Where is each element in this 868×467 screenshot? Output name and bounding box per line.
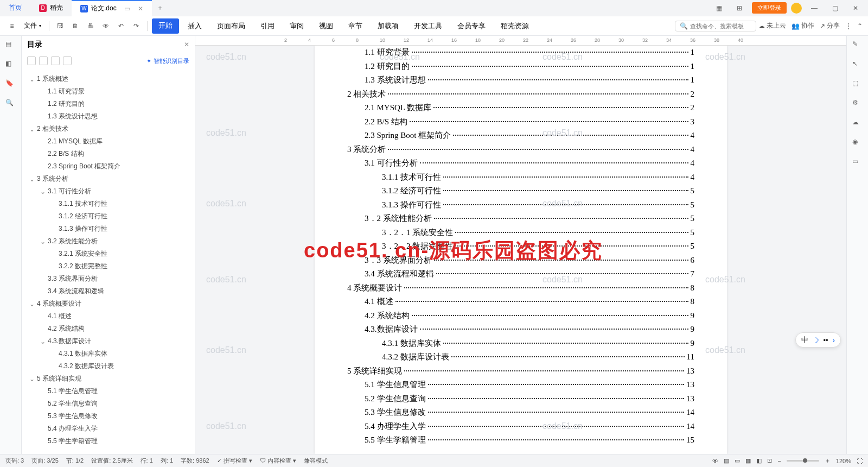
fullscreen-icon[interactable]: ⛶ (857, 458, 863, 464)
maximize-icon[interactable]: ▢ (827, 4, 843, 12)
toc-entry[interactable]: 3．3 系统界面分析6 (347, 254, 694, 268)
view-grid-icon[interactable]: ▤ (724, 457, 729, 464)
menu-tab[interactable]: 开发工具 (407, 17, 449, 35)
outline-item[interactable]: ⌄5 系统详细实现 (27, 373, 189, 385)
outline-item[interactable]: 4.2 系统结构 (27, 323, 189, 335)
outline-item[interactable]: ⌄2 相关技术 (27, 123, 189, 135)
outline-item[interactable]: 3.3 系统界面分析 (27, 273, 189, 285)
outline-item[interactable]: ⌄3.2 系统性能分析 (27, 235, 189, 248)
status-section[interactable]: 节: 1/2 (66, 457, 84, 465)
menu-tab[interactable]: 页面布局 (210, 17, 252, 35)
status-page[interactable]: 页面: 3/25 (31, 457, 59, 465)
minimize-icon[interactable]: — (806, 4, 822, 12)
status-compat[interactable]: 兼容模式 (304, 457, 328, 465)
print-icon[interactable]: 🖶 (84, 20, 97, 33)
status-content-check[interactable]: 🛡 内容检查 ▾ (260, 457, 296, 465)
status-page-no[interactable]: 页码: 3 (5, 457, 24, 465)
hamburger-icon[interactable]: ≡ (5, 20, 18, 33)
toc-entry[interactable]: 3.1.1 技术可行性4 (347, 171, 694, 185)
outline-item[interactable]: 3.2.2 数据完整性 (27, 260, 189, 273)
tab-docer[interactable]: D 稻壳 (30, 0, 72, 16)
tab-document[interactable]: W 论文.doc ▭ ✕ (72, 0, 152, 16)
outline-remove-icon[interactable] (63, 56, 72, 65)
toc-entry[interactable]: 4.3.1 数据库实体9 (347, 337, 694, 351)
outline-item[interactable]: 3.2.1 系统安全性 (27, 248, 189, 260)
close-icon[interactable]: ✕ (847, 4, 864, 12)
outline-item[interactable]: 3.1.3 操作可行性 (27, 223, 189, 235)
outline-item[interactable]: ⌄3 系统分析 (27, 173, 189, 185)
toc-entry[interactable]: 3．2．2 数据完整性5 (347, 239, 694, 254)
menu-tab[interactable]: 开始 (152, 18, 179, 34)
command-search[interactable]: 🔍 (675, 21, 756, 31)
layout-icon[interactable]: ▦ (711, 4, 727, 12)
menu-tab[interactable]: 章节 (342, 17, 369, 35)
outline-item[interactable]: 2.1 MYSQL 数据库 (27, 135, 189, 148)
toc-entry[interactable]: 5.2 学生信息查询13 (347, 392, 694, 406)
login-button[interactable]: 立即登录 (752, 2, 787, 14)
toc-entry[interactable]: 4.2 系统结构9 (347, 309, 694, 323)
tab-close-icon[interactable]: ✕ (138, 5, 143, 12)
outline-item[interactable]: 2.3 Spring Boot 框架简介 (27, 160, 189, 173)
reader-icon[interactable]: ▭ (852, 157, 863, 168)
zoom-out-icon[interactable]: − (777, 458, 781, 464)
outline-item[interactable]: ⌄4.3.数据库设计 (27, 335, 189, 348)
menu-tab[interactable]: 审阅 (283, 17, 310, 35)
toc-entry[interactable]: 2.2 B/S 结构3 (347, 115, 694, 129)
outline-item[interactable]: 5.2 学生信息查询 (27, 397, 189, 410)
horizontal-ruler[interactable]: 246810121416182022242628303234363840 (195, 36, 846, 46)
outline-item[interactable]: 3.1.1 技术可行性 (27, 198, 189, 210)
outline-level-down-icon[interactable] (27, 56, 36, 65)
tab-home[interactable]: 首页 (0, 0, 30, 16)
zoom-fit-icon[interactable]: ⊡ (767, 457, 772, 464)
toc-entry[interactable]: 1.1 研究背景1 (347, 46, 694, 60)
zoom-value[interactable]: 120% (836, 458, 851, 464)
toc-entry[interactable]: 5 系统详细实现13 (347, 364, 694, 378)
more-icon[interactable]: ⋮ (845, 22, 852, 30)
outline-item[interactable]: ⌄4 系统概要设计 (27, 298, 189, 310)
outline-item[interactable]: 5.3 学生信息修改 (27, 410, 189, 422)
outline-icon[interactable]: ▤ (5, 40, 16, 51)
new-tab-button[interactable]: ＋ (152, 3, 168, 12)
view-mode-icon[interactable]: 👁 (712, 458, 718, 464)
apps-icon[interactable]: ⊞ (731, 4, 748, 12)
preview-icon[interactable]: 👁 (99, 20, 112, 33)
outline-item[interactable]: ⌄3.1 可行性分析 (27, 185, 189, 198)
menu-tab[interactable]: 加载项 (371, 17, 405, 35)
document-scroll[interactable]: code51. cn-源码乐园盗图必究 1.1 研究背景11.2 研究目的11.… (195, 46, 846, 454)
status-setting[interactable]: 设置值: 2.5厘米 (91, 457, 132, 465)
menu-tab[interactable]: 会员专享 (451, 17, 492, 35)
assist-icon[interactable]: ◉ (852, 138, 863, 149)
toc-entry[interactable]: 4 系统概要设计8 (347, 281, 694, 295)
outline-add-icon[interactable] (51, 56, 60, 65)
view-page-icon[interactable]: ▭ (735, 457, 740, 464)
toc-entry[interactable]: 3.4 系统流程和逻辑7 (347, 267, 694, 281)
save-icon[interactable]: 🖫 (54, 20, 67, 33)
menu-tab[interactable]: 视图 (312, 17, 340, 35)
toc-entry[interactable]: 1.3 系统设计思想1 (347, 73, 694, 87)
view-read-icon[interactable]: ◧ (756, 457, 762, 464)
view-web-icon[interactable]: ▦ (745, 457, 751, 464)
toc-entry[interactable]: 2.3 Spring Boot 框架简介4 (347, 129, 694, 143)
outline-item[interactable]: 5.1 学生信息管理 (27, 385, 189, 397)
menu-tab[interactable]: 插入 (181, 17, 208, 35)
toc-entry[interactable]: 3.1.3 操作可行性5 (347, 198, 694, 212)
cursor-icon[interactable]: ⬚ (852, 79, 863, 90)
toc-entry[interactable]: 3 系统分析4 (347, 143, 694, 157)
outline-level-up-icon[interactable] (39, 56, 48, 65)
outline-item[interactable]: 5.5 学生学籍管理 (27, 435, 189, 447)
toc-entry[interactable]: 2 相关技术2 (347, 87, 694, 102)
status-col[interactable]: 列: 1 (161, 457, 173, 465)
toc-entry[interactable]: 3.1.2 经济可行性5 (347, 184, 694, 198)
save-as-icon[interactable]: 🗎 (69, 20, 82, 33)
toc-entry[interactable]: 5.1 学生信息管理13 (347, 378, 694, 392)
menu-tab[interactable]: 稻壳资源 (494, 17, 535, 35)
zoom-in-icon[interactable]: ＋ (825, 457, 831, 465)
outline-item[interactable]: 4.3.1 数据库实体 (27, 348, 189, 360)
ime-indicator[interactable]: 中 ☽ •• › (795, 332, 841, 348)
search-panel-icon[interactable]: 🔍 (5, 99, 16, 110)
cloud-status[interactable]: ☁ 未上云 (758, 21, 786, 30)
share-button[interactable]: ↗ 分享 (820, 21, 840, 30)
document-page[interactable]: code51. cn-源码乐园盗图必究 1.1 研究背景11.2 研究目的11.… (315, 46, 727, 454)
avatar[interactable] (791, 3, 802, 14)
bookmark-icon[interactable]: 🔖 (5, 79, 16, 90)
